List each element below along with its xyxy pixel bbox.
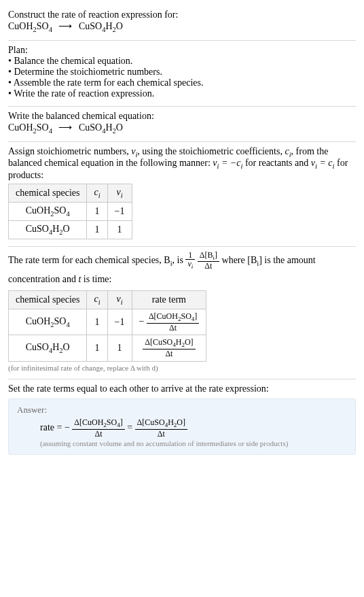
numerator: Δ[CuOH2SO4]: [147, 312, 199, 324]
fraction: Δ[Bi]Δt: [198, 251, 219, 271]
cell-species: CuSO4H2O: [9, 335, 87, 361]
cell-nu: 1: [107, 335, 132, 361]
col-header: ci: [87, 291, 107, 309]
fraction: Δ[CuSO4H2O]Δt: [143, 338, 195, 358]
intro-title: Construct the rate of reaction expressio…: [8, 10, 356, 20]
c-i: ci: [285, 146, 291, 156]
col-header: νi: [107, 184, 132, 203]
col-header: rate term: [132, 291, 206, 309]
table-row: CuOH2SO4 1 −1 − Δ[CuOH2SO4]Δt: [9, 309, 206, 335]
rate-word: rate =: [40, 422, 65, 432]
rate-expression: rate = − Δ[CuOH2SO4]Δt = Δ[CuSO4H2O]Δt: [40, 418, 347, 438]
final-heading: Set the rate terms equal to each other t…: [8, 383, 356, 394]
balanced-heading: Write the balanced chemical equation:: [8, 111, 356, 122]
cell-c: 1: [87, 202, 107, 220]
bi-conc: [Bi]: [247, 255, 262, 265]
cell-species: CuSO4H2O: [9, 220, 87, 239]
relation: νi = ci: [311, 158, 335, 168]
col-header: chemical species: [9, 291, 87, 309]
text: is time:: [81, 274, 111, 284]
denominator: Δt: [147, 324, 199, 332]
cell-nu: 1: [107, 220, 132, 239]
cell-c: 1: [87, 220, 107, 239]
answer-label: Answer:: [17, 405, 347, 415]
equals: =: [127, 422, 134, 432]
stoich-block: Assign stoichiometric numbers, νi, using…: [8, 142, 356, 246]
intro-block: Construct the rate of reaction expressio…: [8, 5, 356, 40]
balanced-lhs: CuOH2SO4: [8, 122, 52, 133]
plan-item: • Determine the stoichiometric numbers.: [8, 67, 356, 78]
b-i: Bi: [164, 255, 172, 265]
numerator: Δ[Bi]: [198, 251, 219, 262]
final-block: Set the rate terms equal to each other t…: [8, 379, 356, 462]
denominator: Δt: [135, 430, 187, 439]
text: where: [222, 255, 248, 265]
fraction: Δ[CuOH2SO4]Δt: [147, 312, 199, 332]
sign: −: [139, 316, 145, 326]
numerator: Δ[CuOH2SO4]: [72, 418, 124, 430]
plan-item: • Balance the chemical equation.: [8, 56, 356, 67]
plan-item-text: Determine the stoichiometric numbers.: [14, 67, 162, 77]
numerator: 1: [185, 251, 195, 260]
arrow-icon: ⟶: [54, 21, 76, 31]
text: Assign stoichiometric numbers,: [8, 146, 131, 156]
plan-item-text: Assemble the rate term for each chemical…: [14, 78, 204, 88]
text: , is: [172, 255, 186, 265]
answer-box: Answer: rate = − Δ[CuOH2SO4]Δt = Δ[CuSO4…: [8, 398, 356, 455]
cell-species: CuOH2SO4: [9, 309, 87, 335]
balanced-block: Write the balanced chemical equation: Cu…: [8, 107, 356, 141]
cell-nu: −1: [107, 202, 132, 220]
balanced-rhs: CuSO4H2O: [79, 122, 123, 133]
plan-item: • Assemble the rate term for each chemic…: [8, 78, 356, 88]
cell-species: CuOH2SO4: [9, 202, 87, 220]
numerator: Δ[CuSO4H2O]: [135, 418, 187, 430]
denominator: Δt: [198, 262, 219, 271]
denominator: Δt: [143, 349, 195, 358]
plan-item-text: Write the rate of reaction expression.: [14, 88, 154, 99]
plan-item-text: Balance the chemical equation.: [14, 56, 132, 66]
relation: νi = −ci: [213, 158, 242, 168]
intro-rhs: CuSO4H2O: [79, 21, 123, 31]
col-header: chemical species: [9, 184, 87, 203]
table-row: CuSO4H2O 1 1: [9, 220, 132, 239]
text: The rate term for each chemical species,: [8, 255, 164, 265]
arrow-icon: ⟶: [54, 122, 76, 133]
text: for reactants and: [242, 158, 310, 168]
cell-rate: − Δ[CuOH2SO4]Δt: [132, 309, 206, 335]
plan-item: • Write the rate of reaction expression.: [8, 88, 356, 99]
rateterm-table: chemical species ci νi rate term CuOH2SO…: [8, 290, 206, 362]
plan-heading: Plan:: [8, 45, 356, 56]
balanced-equation: CuOH2SO4 ⟶ CuSO4H2O: [8, 122, 356, 135]
fraction: 1νi: [185, 251, 195, 271]
rateterm-block: The rate term for each chemical species,…: [8, 247, 356, 379]
table-row: CuOH2SO4 1 −1: [9, 202, 132, 220]
cell-c: 1: [87, 309, 107, 335]
cell-nu: −1: [107, 309, 132, 335]
numerator: Δ[CuSO4H2O]: [143, 338, 195, 349]
denominator: Δt: [72, 430, 124, 439]
text: , using the stoichiometric coefficients,: [137, 146, 285, 156]
sign: −: [65, 422, 70, 432]
rateterm-footnote: (for infinitesimal rate of change, repla…: [8, 364, 356, 372]
col-header: ci: [87, 184, 107, 203]
cell-rate: Δ[CuSO4H2O]Δt: [132, 335, 206, 361]
intro-equation: CuOH2SO4 ⟶ CuSO4H2O: [8, 20, 356, 33]
table-header-row: chemical species ci νi rate term: [9, 291, 206, 309]
table-row: CuSO4H2O 1 1 Δ[CuSO4H2O]Δt: [9, 335, 206, 361]
denominator: νi: [185, 260, 195, 271]
fraction: Δ[CuOH2SO4]Δt: [72, 418, 124, 438]
answer-assumption: (assuming constant volume and no accumul…: [40, 439, 347, 447]
nu-i: νi: [131, 146, 137, 156]
plan-block: Plan: • Balance the chemical equation. •…: [8, 41, 356, 106]
table-header-row: chemical species ci νi: [9, 184, 132, 203]
rateterm-text: The rate term for each chemical species,…: [8, 251, 356, 288]
cell-c: 1: [87, 335, 107, 361]
stoich-table: chemical species ci νi CuOH2SO4 1 −1 CuS…: [8, 184, 132, 239]
stoich-text: Assign stoichiometric numbers, νi, using…: [8, 146, 356, 182]
fraction: Δ[CuSO4H2O]Δt: [135, 418, 187, 438]
intro-lhs: CuOH2SO4: [8, 21, 52, 31]
col-header: νi: [107, 291, 132, 309]
